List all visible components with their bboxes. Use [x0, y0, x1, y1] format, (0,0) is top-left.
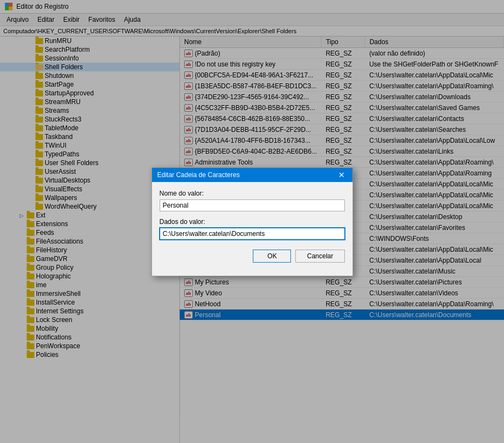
field-data-input[interactable] [160, 228, 345, 240]
modal-title: Editar Cadeia de Caracteres [157, 171, 240, 179]
modal-close-button[interactable]: ✕ [336, 171, 347, 179]
edit-string-modal: Editar Cadeia de Caracteres ✕ Nome do va… [151, 167, 353, 276]
modal-ok-button[interactable]: OK [253, 250, 291, 263]
modal-titlebar: Editar Cadeia de Caracteres ✕ [152, 168, 353, 182]
modal-body: Nome do valor: Dados do valor: OK Cancel… [152, 182, 353, 268]
modal-buttons: OK Cancelar [160, 250, 345, 263]
modal-cancel-button[interactable]: Cancelar [295, 250, 344, 263]
field-name-input[interactable] [160, 199, 345, 211]
field-name-label: Nome do valor: [160, 190, 345, 197]
modal-overlay: Editar Cadeia de Caracteres ✕ Nome do va… [0, 0, 504, 443]
field-data-label: Dados do valor: [160, 218, 345, 226]
